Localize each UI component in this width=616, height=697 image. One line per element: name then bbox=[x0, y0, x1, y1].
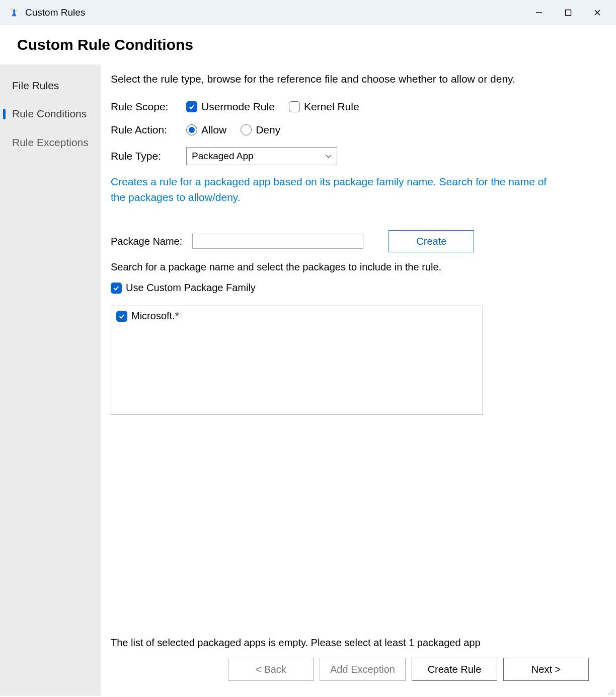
sidebar: File Rules Rule Conditions Rule Exceptio… bbox=[0, 64, 101, 696]
usermode-rule-label: Usermode Rule bbox=[201, 101, 275, 113]
svg-marker-1 bbox=[12, 11, 16, 16]
custom-package-row[interactable]: Use Custom Package Family bbox=[111, 282, 601, 294]
page-header: Custom Rule Conditions bbox=[0, 25, 616, 64]
add-exception-button-label: Add Exception bbox=[330, 664, 395, 675]
next-button[interactable]: Next > bbox=[503, 658, 589, 681]
usermode-rule-checkbox[interactable] bbox=[186, 101, 197, 112]
rule-scope-label: Rule Scope: bbox=[111, 101, 186, 113]
rule-type-select[interactable]: Packaged App bbox=[186, 147, 337, 165]
list-item-checkbox[interactable] bbox=[116, 311, 127, 322]
usermode-rule-option[interactable]: Usermode Rule bbox=[186, 101, 275, 113]
custom-package-checkbox[interactable] bbox=[111, 283, 122, 294]
svg-point-9 bbox=[610, 691, 611, 692]
chevron-down-icon bbox=[326, 153, 332, 160]
package-search-hint: Search for a package name and select the… bbox=[111, 261, 601, 273]
titlebar: Custom Rules bbox=[0, 0, 616, 25]
list-item-label: Microsoft.* bbox=[131, 310, 179, 322]
sidebar-item-rule-conditions[interactable]: Rule Conditions bbox=[0, 100, 101, 128]
maximize-button[interactable] bbox=[554, 3, 583, 23]
allow-option[interactable]: Allow bbox=[186, 124, 226, 136]
footer-buttons: < Back Add Exception Create Rule Next > bbox=[111, 649, 601, 691]
app-icon bbox=[8, 7, 20, 19]
package-name-input[interactable] bbox=[192, 234, 363, 249]
svg-point-12 bbox=[610, 693, 611, 694]
svg-point-2 bbox=[11, 9, 13, 10]
intro-text: Select the rule type, browse for the ref… bbox=[111, 72, 549, 87]
back-button-label: < Back bbox=[255, 664, 286, 675]
back-button[interactable]: < Back bbox=[228, 658, 314, 681]
svg-point-10 bbox=[612, 691, 613, 692]
custom-package-label: Use Custom Package Family bbox=[126, 282, 256, 294]
add-exception-button[interactable]: Add Exception bbox=[320, 658, 406, 681]
package-name-row: Package Name: Create bbox=[111, 230, 601, 252]
svg-point-13 bbox=[612, 693, 613, 694]
list-item[interactable]: Microsoft.* bbox=[116, 310, 478, 322]
minimize-button[interactable] bbox=[524, 3, 554, 23]
rule-action-label: Rule Action: bbox=[111, 124, 186, 136]
rule-type-row: Rule Type: Packaged App bbox=[111, 147, 601, 165]
create-button[interactable]: Create bbox=[389, 230, 474, 252]
rule-scope-row: Rule Scope: Usermode Rule Kernel Rule bbox=[111, 101, 601, 113]
create-rule-button[interactable]: Create Rule bbox=[412, 658, 497, 681]
allow-radio[interactable] bbox=[186, 124, 197, 135]
close-button[interactable] bbox=[583, 3, 612, 23]
svg-point-3 bbox=[16, 10, 17, 11]
deny-option[interactable]: Deny bbox=[241, 124, 280, 136]
sidebar-item-label: Rule Exceptions bbox=[12, 136, 89, 148]
sidebar-item-rule-exceptions[interactable]: Rule Exceptions bbox=[0, 128, 101, 157]
svg-point-8 bbox=[612, 689, 613, 690]
svg-rect-5 bbox=[566, 10, 571, 15]
create-button-label: Create bbox=[416, 236, 446, 247]
page-title: Custom Rule Conditions bbox=[17, 36, 599, 53]
kernel-rule-checkbox[interactable] bbox=[289, 101, 300, 112]
deny-radio[interactable] bbox=[241, 124, 252, 135]
validation-warning: The list of selected packaged apps is em… bbox=[111, 634, 601, 649]
sidebar-item-label: Rule Conditions bbox=[12, 108, 87, 119]
rule-type-help: Creates a rule for a packaged app based … bbox=[111, 174, 549, 205]
package-listbox[interactable]: Microsoft.* bbox=[111, 306, 483, 414]
svg-point-11 bbox=[608, 693, 609, 694]
deny-label: Deny bbox=[256, 124, 280, 136]
package-name-label: Package Name: bbox=[111, 236, 182, 247]
window-title: Custom Rules bbox=[25, 7, 85, 18]
sidebar-item-label: File Rules bbox=[12, 80, 59, 91]
allow-label: Allow bbox=[201, 124, 226, 136]
kernel-rule-label: Kernel Rule bbox=[304, 101, 359, 113]
rule-type-label: Rule Type: bbox=[111, 150, 186, 162]
rule-action-row: Rule Action: Allow Deny bbox=[111, 124, 601, 136]
main-content: Select the rule type, browse for the ref… bbox=[101, 64, 616, 696]
rule-type-value: Packaged App bbox=[192, 151, 254, 162]
sidebar-item-file-rules[interactable]: File Rules bbox=[0, 72, 101, 100]
resize-grip-icon[interactable] bbox=[606, 687, 614, 695]
kernel-rule-option[interactable]: Kernel Rule bbox=[289, 101, 359, 113]
create-rule-button-label: Create Rule bbox=[428, 664, 482, 675]
next-button-label: Next > bbox=[531, 664, 561, 675]
